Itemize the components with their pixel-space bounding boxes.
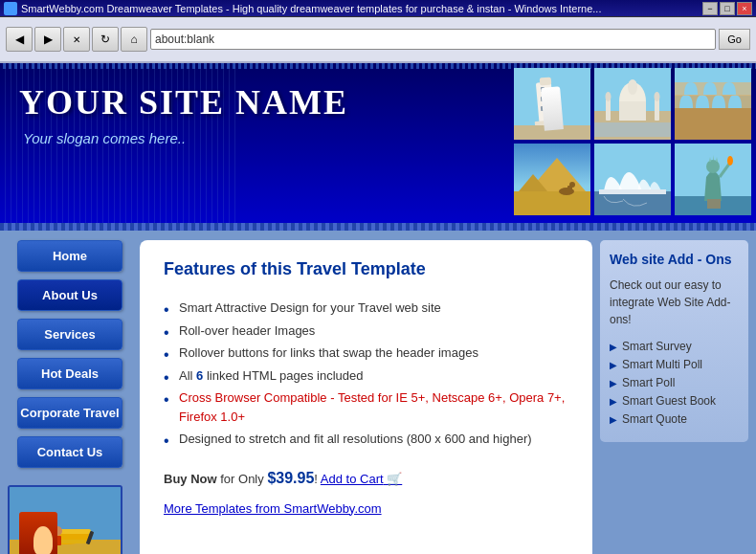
right-sidebar: Web site Add - Ons Check out our easy to… bbox=[600, 240, 748, 554]
svg-point-14 bbox=[606, 92, 611, 101]
forward-button[interactable]: ▶ bbox=[34, 27, 61, 52]
site-title: Your Site Name bbox=[19, 82, 348, 122]
addons-description: Check out our easy to integrate Web Site… bbox=[610, 277, 739, 328]
svg-rect-19 bbox=[675, 108, 751, 140]
addon-label-1: Smart Survey bbox=[622, 340, 692, 353]
back-button[interactable]: ◀ bbox=[6, 27, 33, 52]
svg-rect-17 bbox=[594, 122, 671, 137]
site-slogan: Your slogan comes here.. bbox=[23, 130, 186, 146]
feature-item-1: Smart Attractive Design for your Travel … bbox=[164, 297, 568, 320]
nav-home[interactable]: Home bbox=[17, 240, 122, 272]
svg-rect-31 bbox=[594, 191, 671, 215]
feature-item-6: Designed to stretch and fit all resoluti… bbox=[164, 428, 568, 451]
feature-item-5: Cross Browser Compatible - Tested for IE… bbox=[164, 387, 568, 428]
addon-item-4: ▶ Smart Guest Book bbox=[610, 394, 739, 408]
svg-rect-5 bbox=[541, 97, 545, 101]
svg-point-29 bbox=[569, 182, 575, 188]
feature-item-5-text: Cross Browser Compatible - Tested for IE… bbox=[179, 390, 565, 424]
svg-rect-12 bbox=[619, 101, 646, 121]
feature-item-2: Roll-over header Images bbox=[164, 320, 568, 343]
addon-item-5: ▶ Smart Quote bbox=[610, 412, 739, 426]
svg-marker-49 bbox=[21, 527, 31, 541]
feature-item-4: All 6 linked HTML pages included bbox=[164, 365, 568, 388]
svg-rect-46 bbox=[33, 529, 91, 534]
maximize-button[interactable]: □ bbox=[720, 2, 735, 15]
feature-item-4-bold: 6 bbox=[196, 368, 203, 383]
addon-item-2: ▶ Smart Multi Poll bbox=[610, 358, 739, 371]
header-bottom-stripe bbox=[0, 223, 756, 231]
svg-rect-4 bbox=[541, 87, 545, 92]
nav-hot-deals[interactable]: Hot Deals bbox=[17, 358, 122, 389]
addon-label-5: Smart Quote bbox=[622, 412, 687, 426]
svg-point-11 bbox=[628, 79, 637, 95]
header-image-liberty bbox=[675, 144, 751, 215]
home-button[interactable]: ⌂ bbox=[121, 27, 147, 52]
browser-toolbar: ◀ ▶ ✕ ↻ ⌂ about:blank Go bbox=[0, 17, 756, 63]
header-image-taj bbox=[594, 68, 671, 140]
addon-item-1: ▶ Smart Survey bbox=[610, 340, 739, 353]
nav-corporate-travel[interactable]: Corporate Travel bbox=[17, 397, 122, 429]
buy-suffix: ! bbox=[314, 472, 318, 486]
content-title: Features of this Travel Template bbox=[164, 259, 568, 279]
more-templates-link[interactable]: More Templates from SmartWebby.com bbox=[164, 501, 568, 516]
svg-rect-42 bbox=[707, 199, 721, 209]
addon-label-3: Smart Poll bbox=[622, 376, 675, 389]
header-image-pyramids bbox=[514, 144, 590, 215]
addons-box: Web site Add - Ons Check out our easy to… bbox=[600, 240, 748, 442]
title-bar: SmartWebby.com Dreamweaver Templates - H… bbox=[0, 0, 756, 17]
header-image-aqueduct bbox=[675, 68, 751, 140]
feature-list: Smart Attractive Design for your Travel … bbox=[164, 297, 568, 451]
close-button[interactable]: × bbox=[737, 2, 752, 15]
header-images bbox=[514, 68, 751, 215]
svg-rect-3 bbox=[540, 77, 552, 85]
address-bar[interactable]: about:blank bbox=[150, 29, 716, 50]
svg-rect-24 bbox=[514, 191, 590, 215]
addon-label-2: Smart Multi Poll bbox=[622, 358, 702, 371]
svg-rect-47 bbox=[38, 540, 86, 543]
site-header: Your Site Name Your slogan comes here.. bbox=[0, 63, 756, 231]
addon-arrow-3: ▶ bbox=[610, 378, 617, 388]
main-content-area: Features of this Travel Template Smart A… bbox=[140, 240, 592, 554]
addon-arrow-5: ▶ bbox=[610, 414, 617, 425]
svg-rect-51 bbox=[54, 536, 61, 545]
nav-buttons[interactable]: ◀ ▶ ✕ ↻ ⌂ bbox=[6, 27, 147, 52]
svg-point-36 bbox=[706, 160, 720, 173]
addon-label-4: Smart Guest Book bbox=[622, 394, 716, 408]
header-image-pisa bbox=[514, 68, 590, 140]
browser-icon bbox=[4, 2, 17, 15]
sidebar: Home About Us Services Hot Deals Corpora… bbox=[8, 240, 132, 554]
buy-section: Buy Now for Only $39.95! Add to Cart 🛒 bbox=[164, 470, 568, 487]
nav-services[interactable]: Services bbox=[17, 319, 122, 350]
main-layout: Home About Us Services Hot Deals Corpora… bbox=[0, 231, 756, 554]
window-controls[interactable]: − □ × bbox=[702, 2, 752, 15]
buy-now-label: Buy Now bbox=[164, 472, 217, 486]
buy-text: for Only bbox=[217, 472, 268, 486]
svg-point-41 bbox=[727, 156, 733, 166]
svg-rect-7 bbox=[514, 125, 590, 140]
nav-about[interactable]: About Us bbox=[17, 279, 122, 311]
addon-item-3: ▶ Smart Poll bbox=[610, 376, 739, 389]
svg-rect-6 bbox=[541, 106, 545, 111]
addon-arrow-4: ▶ bbox=[610, 396, 617, 407]
addon-arrow-1: ▶ bbox=[610, 342, 617, 352]
go-button[interactable]: Go bbox=[719, 29, 750, 50]
refresh-button[interactable]: ↻ bbox=[92, 27, 119, 52]
minimize-button[interactable]: − bbox=[702, 2, 718, 15]
stop-button[interactable]: ✕ bbox=[63, 27, 90, 52]
addon-arrow-2: ▶ bbox=[610, 360, 617, 370]
sidebar-photo bbox=[8, 485, 122, 554]
add-to-cart-link[interactable]: Add to Cart 🛒 bbox=[321, 472, 402, 486]
title-bar-text: SmartWebby.com Dreamweaver Templates - H… bbox=[21, 3, 601, 14]
header-image-opera-house bbox=[594, 144, 671, 215]
feature-item-3: Rollover buttons for links that swap the… bbox=[164, 342, 568, 365]
svg-point-16 bbox=[655, 92, 660, 101]
price-label: $39.95 bbox=[267, 470, 314, 486]
svg-rect-32 bbox=[599, 189, 666, 194]
nav-contact-us[interactable]: Contact Us bbox=[17, 436, 122, 468]
svg-point-50 bbox=[53, 526, 62, 536]
addons-title: Web site Add - Ons bbox=[610, 252, 739, 267]
